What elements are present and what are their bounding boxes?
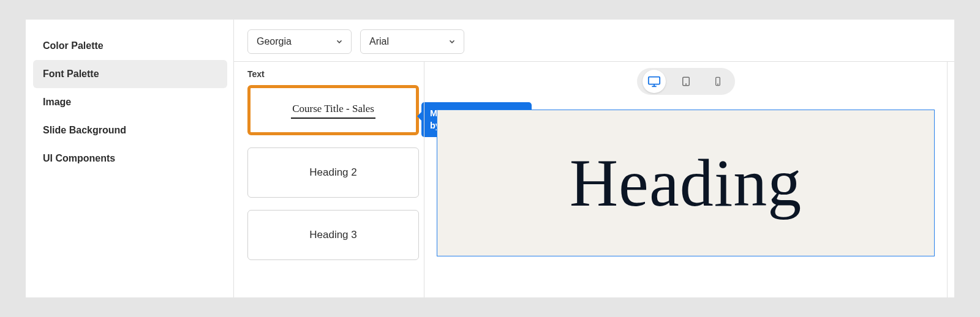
device-desktop-button[interactable] (643, 70, 666, 93)
sidebar-item-color-palette[interactable]: Color Palette (33, 32, 227, 60)
font-selector-row: Georgia Arial (234, 20, 954, 62)
primary-font-value: Georgia (257, 36, 292, 47)
primary-font-select[interactable]: Georgia (247, 29, 352, 54)
main-panel: Georgia Arial Text Course Title - Sales … (234, 20, 954, 297)
content-row: Text Course Title - Sales Heading 2 Head… (234, 62, 954, 297)
sidebar-item-image[interactable]: Image (33, 88, 227, 116)
sidebar-item-ui-components[interactable]: UI Components (33, 144, 227, 173)
device-mobile-button[interactable] (706, 70, 729, 93)
device-switcher (637, 68, 735, 95)
preset-label: Heading 2 (309, 166, 357, 179)
app-window: Color Palette Font Palette Image Slide B… (26, 20, 954, 297)
sidebar-item-slide-background[interactable]: Slide Background (33, 116, 227, 144)
preset-card-course-title[interactable]: Course Title - Sales (247, 85, 419, 135)
preview-heading-text: Heading (570, 144, 802, 222)
chevron-down-icon (448, 37, 456, 46)
preset-column: Text Course Title - Sales Heading 2 Head… (234, 62, 424, 297)
secondary-font-select[interactable]: Arial (360, 29, 464, 54)
preset-section-label: Text (247, 69, 424, 79)
chevron-down-icon (335, 37, 344, 46)
device-tablet-button[interactable] (674, 70, 698, 93)
sidebar-item-font-palette[interactable]: Font Palette (33, 60, 227, 88)
preview-column: Heading (424, 62, 947, 297)
svg-point-6 (717, 84, 718, 84)
mobile-icon (713, 76, 723, 86)
desktop-icon (647, 75, 661, 88)
preset-card-heading-3[interactable]: Heading 3 (247, 210, 419, 260)
preset-card-heading-2[interactable]: Heading 2 (247, 147, 419, 198)
preview-canvas[interactable]: Heading (437, 110, 935, 256)
preset-name-input[interactable]: Course Title - Sales (291, 102, 375, 119)
secondary-font-value: Arial (369, 36, 389, 47)
sidebar: Color Palette Font Palette Image Slide B… (26, 20, 234, 297)
tablet-icon (680, 76, 692, 87)
svg-rect-0 (648, 77, 659, 84)
right-rail (947, 62, 954, 297)
preset-label: Heading 3 (309, 229, 357, 241)
svg-point-4 (685, 84, 686, 84)
